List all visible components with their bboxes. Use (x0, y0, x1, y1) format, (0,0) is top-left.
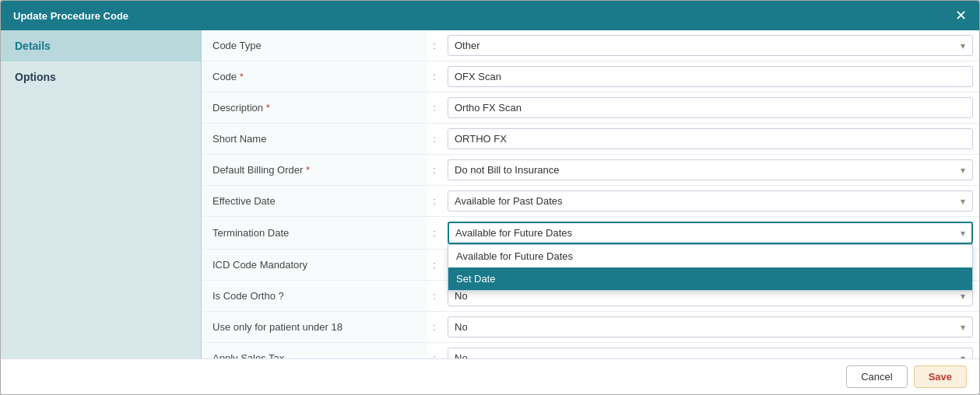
billing-order-select[interactable]: Do not Bill to Insurance (448, 159, 973, 180)
row-code-type: Code Type : Other ▾ (202, 30, 979, 61)
dialog-body: Details Options Code Type : Other (1, 30, 979, 358)
label-code-type: Code Type (202, 30, 427, 61)
label-apply-sales-tax: Apply Sales Tax (202, 343, 427, 359)
label-effective-date: Effective Date (202, 186, 427, 217)
row-under-18: Use only for patient under 18 : No ▾ (202, 312, 979, 343)
row-apply-sales-tax: Apply Sales Tax : No ▾ (202, 343, 979, 359)
update-procedure-code-dialog: Update Procedure Code ✕ Details Options … (0, 0, 980, 395)
label-short-name: Short Name (202, 124, 427, 155)
termination-date-chevron-icon: ▾ (961, 228, 965, 239)
code-input[interactable] (448, 66, 973, 87)
label-code: Code * (202, 61, 427, 93)
short-name-input[interactable] (448, 128, 973, 149)
effective-date-wrapper: Available for Past Dates ▾ (448, 191, 973, 211)
label-billing-order: Default Billing Order * (202, 155, 427, 186)
sidebar-item-details[interactable]: Details (1, 30, 201, 61)
value-effective-date: Available for Past Dates ▾ (441, 186, 979, 217)
label-under-18: Use only for patient under 18 (202, 312, 427, 343)
termination-option-future[interactable]: Available for Future Dates (448, 245, 972, 267)
label-is-code-ortho: Is Code Ortho ? (202, 281, 427, 312)
required-star: * (240, 71, 244, 82)
effective-date-select[interactable]: Available for Past Dates (448, 191, 973, 211)
label-termination-date: Termination Date (202, 217, 427, 250)
under-18-wrapper: No ▾ (448, 316, 973, 337)
dialog-footer: Cancel Save (1, 358, 979, 394)
termination-date-wrapper: Available for Future Dates ▾ Available f… (448, 222, 973, 244)
value-termination-date: Available for Future Dates ▾ Available f… (441, 217, 979, 250)
content-area: Code Type : Other ▾ (202, 30, 979, 358)
title-bar: Update Procedure Code ✕ (1, 1, 979, 30)
termination-date-value: Available for Future Dates (455, 227, 572, 239)
description-input[interactable] (448, 97, 973, 118)
sidebar-item-options[interactable]: Options (1, 61, 201, 93)
row-termination-date: Termination Date : Available for Future … (202, 217, 979, 250)
apply-sales-tax-wrapper: No ▾ (448, 348, 973, 358)
save-button[interactable]: Save (914, 365, 967, 388)
label-icd-code: ICD Code Mandatory (202, 250, 427, 281)
sidebar: Details Options (1, 30, 202, 358)
value-short-name (441, 124, 979, 155)
form-table: Code Type : Other ▾ (202, 30, 979, 358)
value-apply-sales-tax: No ▾ (441, 343, 979, 359)
label-description: Description * (202, 93, 427, 124)
row-code: Code * : (202, 61, 979, 93)
row-effective-date: Effective Date : Available for Past Date… (202, 186, 979, 217)
value-code-type: Other ▾ (441, 30, 979, 61)
code-type-select-wrapper: Other ▾ (448, 35, 973, 56)
termination-option-set-date[interactable]: Set Date (448, 267, 972, 290)
under-18-select[interactable]: No (448, 316, 973, 337)
cancel-button[interactable]: Cancel (846, 365, 907, 388)
code-type-select[interactable]: Other (448, 35, 973, 56)
value-under-18: No ▾ (441, 312, 979, 343)
billing-order-wrapper: Do not Bill to Insurance ▾ (448, 159, 973, 180)
termination-date-dropdown: Available for Future Dates Set Date (448, 244, 973, 291)
row-description: Description * : (202, 93, 979, 124)
dialog-title: Update Procedure Code (13, 10, 128, 22)
apply-sales-tax-select[interactable]: No (448, 348, 973, 358)
value-code (441, 61, 979, 93)
value-billing-order: Do not Bill to Insurance ▾ (441, 155, 979, 186)
row-billing-order: Default Billing Order * : Do not Bill to… (202, 155, 979, 186)
required-star-desc: * (266, 102, 270, 114)
required-star-billing: * (306, 164, 310, 176)
value-description (441, 93, 979, 124)
termination-date-display[interactable]: Available for Future Dates ▾ (448, 222, 973, 244)
close-button[interactable]: ✕ (955, 9, 967, 23)
row-short-name: Short Name : (202, 124, 979, 155)
